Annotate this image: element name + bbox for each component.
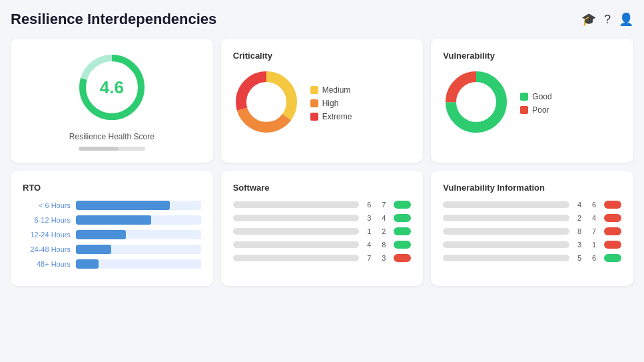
criticality-content: Medium High Extreme	[233, 69, 412, 138]
status-pill	[394, 201, 411, 209]
poor-dot	[520, 106, 528, 114]
rto-bar-fill	[76, 245, 111, 254]
vuln-bar	[443, 228, 569, 235]
criticality-donut	[233, 69, 300, 138]
vuln-status-pill	[604, 201, 621, 209]
rto-title: RTO	[23, 183, 201, 193]
vuln-num1: 2	[575, 214, 584, 222]
vuln-status-pill	[604, 241, 621, 249]
vuln-num2: 4	[589, 214, 599, 222]
rto-bar-fill	[76, 230, 126, 239]
health-score-bar	[79, 147, 145, 151]
vuln-bar	[443, 241, 569, 248]
rto-row: 6-12 Hours	[23, 215, 201, 225]
criticality-card: Criticality Medium High	[221, 39, 424, 163]
status-pill	[394, 214, 411, 222]
poor-label: Poor	[532, 105, 549, 115]
rto-bar-bg	[76, 245, 201, 254]
vuln-bar	[443, 215, 569, 221]
software-bar	[233, 215, 360, 221]
medium-dot	[310, 86, 318, 94]
user-icon[interactable]: 👤	[619, 12, 633, 27]
vuln-num2: 6	[589, 254, 599, 262]
svg-point-6	[249, 85, 284, 119]
software-num2: 7	[379, 201, 388, 209]
header-actions: 🎓 ? 👤	[581, 12, 633, 27]
rto-card: RTO < 6 Hours 6-12 Hours 12-24 Hours 24-…	[11, 171, 213, 286]
extreme-label: Extreme	[322, 112, 352, 121]
page-header: Resilience Interdependencies 🎓 ? 👤	[11, 11, 633, 28]
vulnerability-info-card: Vulnerability Information 4 6 2 4 8 7 3 …	[431, 171, 633, 286]
rto-bar-bg	[76, 230, 201, 239]
vuln-num1: 8	[575, 227, 584, 235]
good-dot	[520, 93, 528, 101]
table-row: 8 7	[443, 227, 621, 235]
criticality-title: Criticality	[233, 51, 412, 61]
software-num1: 6	[364, 201, 374, 209]
software-bar	[233, 201, 360, 208]
software-title: Software	[233, 183, 412, 193]
software-num1: 3	[364, 214, 374, 222]
rto-bar-fill	[76, 201, 170, 210]
health-score-bar-fill	[79, 147, 119, 151]
rto-label: < 6 Hours	[23, 201, 71, 209]
rto-bar-fill	[76, 215, 151, 225]
vuln-num1: 5	[575, 254, 584, 262]
vuln-status-pill	[604, 254, 621, 262]
rto-label: 48+ Hours	[23, 260, 71, 268]
software-bar	[233, 228, 360, 235]
question-icon[interactable]: ?	[604, 13, 611, 27]
table-row: 3 4	[233, 214, 412, 222]
vuln-num2: 6	[589, 201, 599, 209]
health-score-card: 4.6 Resilience Health Score	[11, 39, 213, 163]
software-num1: 1	[364, 227, 374, 235]
legend-good: Good	[520, 92, 551, 101]
software-num1: 4	[364, 241, 374, 249]
vuln-num1: 4	[575, 201, 584, 209]
criticality-legend: Medium High Extreme	[310, 85, 352, 121]
vulnerability-info-title: Vulnerability Information	[443, 183, 621, 193]
table-row: 6 7	[233, 201, 412, 209]
vuln-bar	[443, 201, 569, 208]
rto-row: 12-24 Hours	[23, 230, 201, 239]
table-row: 4 8	[233, 241, 412, 249]
rto-label: 6-12 Hours	[23, 216, 71, 224]
software-card: Software 6 7 3 4 1 2 4 8 7 3	[221, 171, 424, 286]
rto-bar-fill	[76, 259, 99, 269]
vuln-num2: 1	[589, 241, 599, 249]
status-pill	[394, 254, 411, 262]
software-rows: 6 7 3 4 1 2 4 8 7 3	[233, 201, 412, 262]
health-score-label: Resilience Health Score	[69, 132, 155, 141]
health-score-value: 4.6	[100, 77, 124, 98]
good-label: Good	[532, 92, 551, 101]
legend-extreme: Extreme	[310, 112, 352, 121]
vuln-status-pill	[604, 227, 621, 235]
vuln-bar	[443, 255, 569, 261]
rto-rows: < 6 Hours 6-12 Hours 12-24 Hours 24-48 H…	[23, 201, 201, 269]
software-num2: 8	[379, 241, 388, 249]
medium-label: Medium	[322, 85, 351, 95]
graduation-cap-icon[interactable]: 🎓	[581, 12, 596, 27]
rto-label: 12-24 Hours	[23, 231, 71, 239]
status-pill	[394, 227, 411, 235]
vulnerability-title: Vulnerability	[443, 51, 621, 61]
software-num2: 3	[379, 254, 388, 262]
table-row: 1 2	[233, 227, 412, 235]
rto-row: 48+ Hours	[23, 259, 201, 269]
high-label: High	[322, 99, 339, 108]
dashboard-grid: 4.6 Resilience Health Score Criticality …	[11, 39, 633, 286]
rto-bar-bg	[76, 259, 201, 269]
vulnerability-content: Good Poor	[443, 69, 621, 138]
vuln-status-pill	[604, 214, 621, 222]
software-num1: 7	[364, 254, 374, 262]
rto-bar-bg	[76, 201, 201, 210]
vulnerability-legend: Good Poor	[520, 92, 551, 115]
vuln-num1: 3	[575, 241, 584, 249]
table-row: 5 6	[443, 254, 621, 262]
software-bar	[233, 241, 360, 248]
vulnerability-card: Vulnerability Good Poor	[431, 39, 633, 163]
legend-poor: Poor	[520, 105, 551, 115]
page-title: Resilience Interdependencies	[11, 11, 216, 28]
rto-bar-bg	[76, 215, 201, 225]
legend-high: High	[310, 99, 352, 108]
